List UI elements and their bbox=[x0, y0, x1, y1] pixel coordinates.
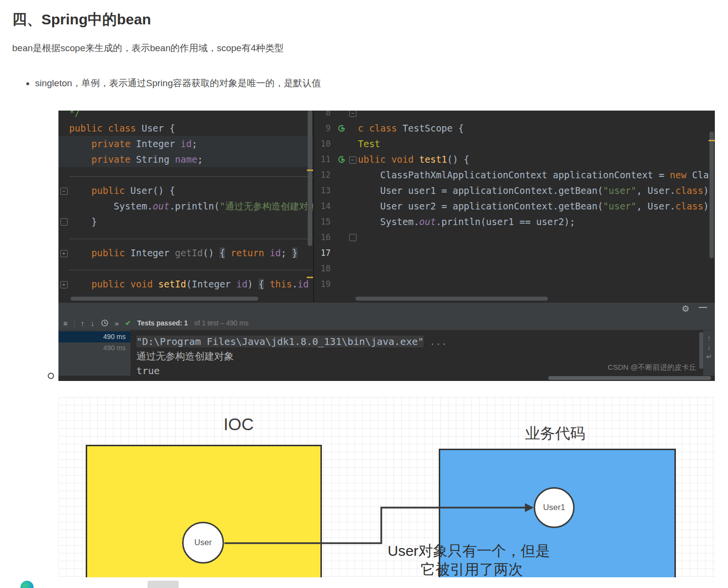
editor-right-pane: 8−9c class TestScope {10Test11−ublic voi… bbox=[314, 111, 715, 302]
user1-node: User1 bbox=[534, 487, 575, 528]
code-text: User user2 = applicationContext.getBean(… bbox=[358, 198, 714, 214]
history-icon[interactable] bbox=[101, 319, 109, 327]
run-test-icon[interactable] bbox=[336, 152, 347, 167]
soft-wrap-icon[interactable]: ↵ bbox=[706, 353, 712, 360]
test-tree-row[interactable]: 490 ms bbox=[58, 331, 131, 342]
code-line bbox=[58, 261, 313, 276]
footer-button[interactable] bbox=[148, 581, 179, 588]
sort-icon[interactable]: ≡ bbox=[63, 319, 68, 327]
gutter-spacer bbox=[336, 183, 347, 198]
minimize-icon[interactable]: — bbox=[699, 303, 707, 312]
code-text: User user1 = applicationContext.getBean(… bbox=[358, 183, 714, 198]
scrollbar-thumb[interactable] bbox=[709, 132, 714, 258]
code-text: ublic void test1() { bbox=[358, 152, 469, 167]
scrollbar-thumb[interactable] bbox=[308, 111, 312, 246]
fold-spacer bbox=[347, 245, 358, 261]
line-number: 13 bbox=[314, 183, 336, 198]
gutter-spacer bbox=[336, 245, 347, 261]
fold-spacer bbox=[58, 152, 69, 167]
fold-spacer bbox=[58, 261, 69, 276]
diagram-caption-line2: 它被引用了两次 bbox=[421, 560, 523, 577]
fold-spacer bbox=[347, 120, 358, 136]
fold-spacer bbox=[347, 276, 358, 292]
line-number: 15 bbox=[314, 214, 336, 229]
diagram-image: IOC 业务代码 User User1 User对象只有一个，但是 它被引用了两… bbox=[58, 397, 715, 577]
code-line: System.out.println("通过无参构造创建对象 bbox=[58, 198, 313, 214]
line-number: 9 bbox=[314, 120, 336, 136]
run-test-icon[interactable] bbox=[336, 120, 347, 136]
console-output: "D:\Program Files\Java\jdk1.8.0_131\bin\… bbox=[131, 330, 703, 376]
fold-spacer bbox=[347, 214, 358, 229]
gutter-spacer bbox=[336, 229, 347, 245]
line-number: 12 bbox=[314, 167, 336, 183]
line-number: 10 bbox=[314, 136, 336, 152]
fold-end-icon[interactable] bbox=[347, 229, 358, 245]
fold-plus-icon[interactable]: + bbox=[58, 245, 69, 261]
console-line: "D:\Program Files\Java\jdk1.8.0_131\bin\… bbox=[136, 334, 703, 349]
more-actions-icon[interactable]: » bbox=[115, 319, 119, 327]
code-line: public class User { bbox=[58, 120, 313, 136]
fold-spacer bbox=[347, 136, 358, 152]
settings-gear-icon[interactable]: ⚙ bbox=[682, 303, 690, 314]
code-text: System.out.println(user1 == user2); bbox=[358, 214, 575, 229]
code-line: private Integer id; bbox=[58, 136, 313, 152]
right-editor-scrollbar[interactable] bbox=[708, 111, 715, 295]
code-line: 16 bbox=[314, 229, 715, 245]
fold-spacer bbox=[58, 111, 69, 120]
fold-spacer bbox=[347, 167, 358, 183]
previous-failed-icon[interactable]: ↑ bbox=[81, 319, 85, 327]
left-editor-scrollbar[interactable] bbox=[306, 111, 313, 295]
line-number: 17 bbox=[314, 245, 336, 261]
fold-minus-icon[interactable]: − bbox=[347, 152, 358, 167]
gutter-spacer bbox=[336, 214, 347, 229]
console-hscrollbar-track bbox=[58, 376, 715, 381]
code-text: ClassPathXmlApplicationContext applicati… bbox=[358, 167, 715, 183]
test-tree-row[interactable]: 490 ms bbox=[58, 342, 131, 354]
test-status-dim: of 1 test – 490 ms bbox=[194, 319, 248, 327]
code-line: } bbox=[58, 214, 313, 229]
emoji-icon[interactable] bbox=[20, 581, 34, 588]
right-editor-hscrollbar[interactable] bbox=[355, 297, 548, 301]
console-scrollbar[interactable] bbox=[699, 332, 703, 369]
code-text: private String name; bbox=[69, 152, 203, 167]
ide-screenshot: */public class User { private Integer id… bbox=[58, 111, 715, 381]
tests-passed-check-icon: ✔ bbox=[125, 319, 131, 327]
gutter-spacer bbox=[336, 198, 347, 214]
change-marker bbox=[307, 277, 313, 278]
console-side-gutter: ↑ ↓ ↵ bbox=[703, 330, 715, 376]
code-text: System.out.println("通过无参构造创建对象 bbox=[69, 198, 314, 214]
left-editor-hscrollbar[interactable] bbox=[71, 297, 258, 301]
fold-plus-icon[interactable]: + bbox=[58, 276, 69, 292]
fold-spacer bbox=[58, 136, 69, 152]
gutter-spacer bbox=[336, 136, 347, 152]
gutter-spacer bbox=[336, 111, 347, 120]
gutter-spacer bbox=[336, 276, 347, 292]
scroll-up-icon[interactable]: ↑ bbox=[708, 334, 711, 342]
fold-spacer bbox=[347, 261, 358, 276]
tool-window-header: ⚙ — bbox=[58, 302, 715, 316]
bullet-list: singleton，单例，表示通过Spring容器获取的对象是唯一的，是默认值 bbox=[25, 77, 321, 90]
line-number: 19 bbox=[314, 276, 336, 292]
fold-end-icon[interactable] bbox=[58, 214, 69, 229]
reference-arrow bbox=[58, 397, 715, 577]
scroll-down-icon[interactable]: ↓ bbox=[708, 343, 711, 351]
fold-minus-icon[interactable]: − bbox=[347, 111, 358, 120]
diagram-caption-line1: User对象只有一个，但是 bbox=[388, 541, 550, 561]
code-text: public User() { bbox=[69, 183, 175, 198]
user-node: User bbox=[182, 522, 224, 564]
code-line: 12 ClassPathXmlApplicationContext applic… bbox=[314, 167, 715, 183]
editor-left-pane: */public class User { private Integer id… bbox=[58, 111, 314, 302]
code-line bbox=[58, 229, 313, 245]
code-text: Test bbox=[358, 136, 380, 152]
fold-minus-icon[interactable]: − bbox=[58, 183, 69, 198]
code-line: 19 bbox=[314, 276, 715, 292]
code-text: c class TestScope { bbox=[358, 120, 464, 136]
code-line bbox=[58, 167, 313, 183]
next-failed-icon[interactable]: ↓ bbox=[91, 319, 94, 327]
code-line: 17 bbox=[314, 245, 715, 261]
console-hscrollbar[interactable] bbox=[548, 376, 711, 380]
code-line: − public User() { bbox=[58, 183, 313, 198]
line-number: 14 bbox=[314, 198, 336, 214]
gutter-spacer bbox=[336, 261, 347, 276]
fold-spacer bbox=[347, 198, 358, 214]
